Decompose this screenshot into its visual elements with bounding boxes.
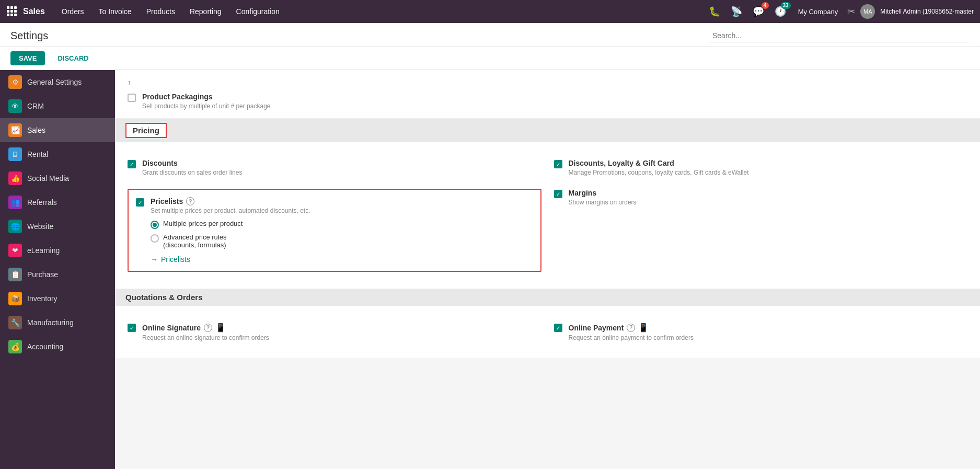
search-input[interactable] xyxy=(708,29,970,42)
discounts-loyalty-info: Discounts, Loyalty & Gift Card Manage Pr… xyxy=(569,159,749,176)
pricelists-help-icon[interactable]: ? xyxy=(186,197,194,205)
chat-badge: 4 xyxy=(762,2,769,9)
product-packagings-checkbox[interactable] xyxy=(128,94,136,102)
discounts-loyalty-checkbox[interactable]: ✓ xyxy=(554,160,562,168)
pricelists-radio-group: Multiple prices per product Advanced pri… xyxy=(151,220,533,249)
margins-checkbox[interactable]: ✓ xyxy=(554,190,562,198)
crm-icon: 👁 xyxy=(8,99,22,113)
sidebar-item-purchase[interactable]: 📋 Purchase xyxy=(0,262,115,287)
sidebar-item-elearning[interactable]: ❤ eLearning xyxy=(0,238,115,262)
svg-rect-7 xyxy=(10,14,13,16)
svg-rect-0 xyxy=(7,6,9,9)
radio-advanced-rules-label: Advanced price rules(discounts, formulas… xyxy=(163,233,226,249)
page-title: Settings xyxy=(10,30,702,42)
online-signature-info: Online Signature ? 📱 Request an online s… xyxy=(142,323,269,341)
online-payment-info: Online Payment ? 📱 Request an online pay… xyxy=(569,323,694,341)
discounts-info: Discounts Grant discounts on sales order… xyxy=(142,159,242,176)
pricelists-setting: ✓ Pricelists ? Set multiple prices per p… xyxy=(128,189,541,272)
pricelists-info: Pricelists ? Set multiple prices per pro… xyxy=(151,197,533,264)
svg-rect-4 xyxy=(10,10,13,13)
radio-advanced-rules-button[interactable] xyxy=(151,234,159,243)
top-navigation: Sales Orders To Invoice Products Reporti… xyxy=(0,0,980,23)
sidebar-item-referrals[interactable]: 👥 Referrals xyxy=(0,190,115,214)
margins-setting: ✓ Margins Show margins on orders xyxy=(554,189,968,272)
sidebar-label-manufacturing: Manufacturing xyxy=(27,318,74,327)
radio-multiple-prices[interactable]: Multiple prices per product xyxy=(151,220,533,229)
sales-icon: 📈 xyxy=(8,123,22,137)
sidebar-label-rental: Rental xyxy=(27,150,48,158)
pricing-content: ✓ Discounts Grant discounts on sales ord… xyxy=(115,142,980,289)
product-packagings-section: ↑ Product Packagings Sell products by mu… xyxy=(115,70,980,119)
online-payment-device-icon: 📱 xyxy=(638,323,649,333)
nav-reporting[interactable]: Reporting xyxy=(183,4,228,19)
svg-rect-3 xyxy=(7,10,9,13)
sidebar-label-social-media: Social Media xyxy=(27,174,69,182)
app-grid-icon[interactable] xyxy=(6,6,17,18)
sidebar-label-general-settings: General Settings xyxy=(27,78,82,86)
debug-icon[interactable]: 🐛 xyxy=(706,3,723,20)
pricing-row-2: ✓ Pricelists ? Set multiple prices per p… xyxy=(128,182,967,278)
nav-configuration[interactable]: Configuration xyxy=(230,4,286,19)
activity-icon[interactable]: 🕐 33 xyxy=(772,3,789,20)
app-name[interactable]: Sales xyxy=(23,7,45,16)
online-signature-help-icon[interactable]: ? xyxy=(204,324,212,332)
sidebar-item-accounting[interactable]: 💰 Accounting xyxy=(0,335,115,359)
sidebar-item-social-media[interactable]: 👍 Social Media xyxy=(0,166,115,190)
save-button[interactable]: SAVE xyxy=(10,51,45,65)
inventory-icon: 📦 xyxy=(8,292,22,305)
online-signature-setting: ✓ Online Signature ? 📱 Request an online… xyxy=(128,323,541,341)
radio-multiple-prices-button[interactable] xyxy=(151,221,159,229)
sidebar: ⚙ General Settings 👁 CRM 📈 Sales 🖥 Renta… xyxy=(0,70,115,469)
website-icon: 🌐 xyxy=(8,220,22,233)
sidebar-item-general-settings[interactable]: ⚙ General Settings xyxy=(0,70,115,94)
pricelists-checkbox[interactable]: ✓ xyxy=(136,198,144,207)
pricing-title: Pricing xyxy=(125,123,167,138)
discounts-setting: ✓ Discounts Grant discounts on sales ord… xyxy=(128,159,541,176)
product-packagings-info: Product Packagings Sell products by mult… xyxy=(142,93,270,110)
svg-rect-1 xyxy=(10,6,13,9)
chat-icon[interactable]: 💬 4 xyxy=(750,3,767,20)
nav-products[interactable]: Products xyxy=(140,4,181,19)
support-icon[interactable]: 📡 xyxy=(728,3,745,20)
general-settings-icon: ⚙ xyxy=(8,75,22,89)
sidebar-item-inventory[interactable]: 📦 Inventory xyxy=(0,287,115,311)
discounts-loyalty-setting: ✓ Discounts, Loyalty & Gift Card Manage … xyxy=(554,159,968,176)
online-payment-help-icon[interactable]: ? xyxy=(627,324,635,332)
online-signature-checkbox[interactable]: ✓ xyxy=(128,324,136,332)
margins-desc: Show margins on orders xyxy=(569,199,637,206)
user-name[interactable]: Mitchell Admin (19085652-master xyxy=(880,8,974,15)
online-signature-device-icon: 📱 xyxy=(215,323,226,333)
sidebar-item-crm[interactable]: 👁 CRM xyxy=(0,94,115,118)
sidebar-item-rental[interactable]: 🖥 Rental xyxy=(0,142,115,166)
svg-rect-8 xyxy=(14,14,17,16)
sidebar-label-website: Website xyxy=(27,222,53,231)
avatar[interactable]: MA xyxy=(860,4,875,19)
sidebar-label-sales: Sales xyxy=(27,126,45,134)
pricelists-desc: Set multiple prices per product, automat… xyxy=(151,207,533,214)
discounts-label: Discounts xyxy=(142,159,242,167)
online-payment-setting: ✓ Online Payment ? 📱 Request an online p… xyxy=(554,323,968,341)
tools-icon[interactable]: ✂ xyxy=(847,6,855,17)
discounts-loyalty-label: Discounts, Loyalty & Gift Card xyxy=(569,159,749,167)
nav-to-invoice[interactable]: To Invoice xyxy=(93,4,138,19)
sidebar-label-crm: CRM xyxy=(27,102,44,110)
company-name[interactable]: My Company xyxy=(798,8,838,16)
purchase-icon: 📋 xyxy=(8,268,22,281)
nav-icons: 🐛 📡 💬 4 🕐 33 My Company ✂ MA Mitchell Ad… xyxy=(706,3,974,20)
sidebar-item-manufacturing[interactable]: 🔧 Manufacturing xyxy=(0,311,115,335)
discounts-checkbox[interactable]: ✓ xyxy=(128,160,136,168)
nav-orders[interactable]: Orders xyxy=(55,4,90,19)
online-payment-desc: Request an online payment to confirm ord… xyxy=(569,334,694,341)
sidebar-item-sales[interactable]: 📈 Sales xyxy=(0,118,115,142)
margins-label: Margins xyxy=(569,189,637,197)
online-payment-checkbox[interactable]: ✓ xyxy=(554,324,562,332)
quotations-title: Quotations & Orders xyxy=(125,293,203,302)
social-media-icon: 👍 xyxy=(8,171,22,185)
radio-advanced-rules[interactable]: Advanced price rules(discounts, formulas… xyxy=(151,233,533,249)
sidebar-item-website[interactable]: 🌐 Website xyxy=(0,214,115,238)
pricelists-link[interactable]: → Pricelists xyxy=(151,255,533,264)
partial-link[interactable]: ↑ xyxy=(128,78,967,86)
action-bar: SAVE DISCARD xyxy=(0,47,980,70)
settings-header: Settings xyxy=(0,23,980,47)
discard-button[interactable]: DISCARD xyxy=(49,51,97,65)
